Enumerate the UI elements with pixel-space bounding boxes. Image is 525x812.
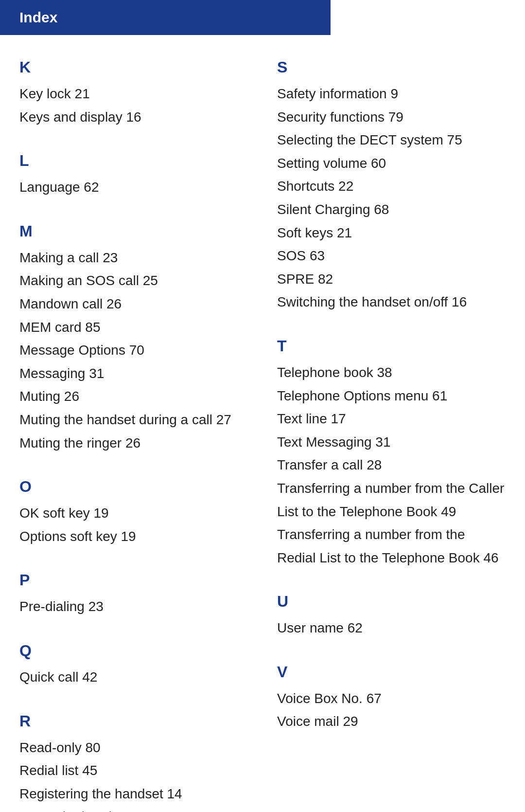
section-letter: O: [19, 478, 248, 496]
left-column: KKey lock 21Keys and display 16LLanguage…: [19, 58, 248, 812]
list-item: Messaging 31: [19, 362, 248, 385]
section-letter: P: [19, 571, 248, 589]
section-letter: Q: [19, 642, 248, 660]
section-items: Voice Box No. 67Voice mail 29: [277, 687, 506, 733]
list-item: Transfer a call 28: [277, 453, 506, 477]
section-letter: S: [277, 58, 506, 76]
list-item: Quick call 42: [19, 666, 248, 689]
section-items: Key lock 21Keys and display 16: [19, 82, 248, 128]
list-item: Setting volume 60: [277, 152, 506, 175]
list-item: Transferring a number from the Caller Li…: [277, 477, 506, 523]
section-r: RRead-only 80Redial list 45Registering t…: [19, 712, 248, 812]
section-items: Making a call 23Making an SOS call 25Man…: [19, 246, 248, 454]
list-item: Transferring a number from the Redial Li…: [277, 523, 506, 569]
section-letter: K: [19, 58, 248, 76]
list-item: Registering the handset 14: [19, 782, 248, 806]
list-item: Telephone Options menu 61: [277, 384, 506, 408]
section-s: SSafety information 9Security functions …: [277, 58, 506, 314]
list-item: Shortcuts 22: [277, 175, 506, 198]
section-items: Quick call 42: [19, 666, 248, 689]
list-item: Voice Box No. 67: [277, 687, 506, 710]
content-area: KKey lock 21Keys and display 16LLanguage…: [0, 58, 525, 812]
section-u: UUser name 62: [277, 593, 506, 640]
section-m: MMaking a call 23Making an SOS call 25Ma…: [19, 222, 248, 454]
list-item: SOS 63: [277, 244, 506, 268]
list-item: Soft keys 21: [277, 221, 506, 245]
section-q: QQuick call 42: [19, 642, 248, 689]
section-letter: L: [19, 152, 248, 170]
section-items: User name 62: [277, 616, 506, 640]
list-item: User name 62: [277, 616, 506, 640]
list-item: Text Messaging 31: [277, 431, 506, 454]
list-item: SPRE 82: [277, 268, 506, 291]
section-items: Language 62: [19, 176, 248, 199]
section-items: Telephone book 38Telephone Options menu …: [277, 361, 506, 569]
list-item: MEM card 85: [19, 316, 248, 339]
header-bar: Index: [0, 0, 331, 35]
list-item: Key lock 21: [19, 82, 248, 106]
list-item: Read-only 80: [19, 736, 248, 759]
list-item: Telephone book 38: [277, 361, 506, 384]
list-item: Security functions 79: [277, 106, 506, 129]
list-item: Redial list 45: [19, 759, 248, 782]
section-t: TTelephone book 38Telephone Options menu…: [277, 337, 506, 569]
list-item: Reset the handset 81: [19, 805, 248, 812]
list-item: Options soft key 19: [19, 525, 248, 548]
list-item: Muting 26: [19, 385, 248, 408]
list-item: Mandown call 26: [19, 292, 248, 316]
list-item: OK soft key 19: [19, 502, 248, 525]
section-v: VVoice Box No. 67Voice mail 29: [277, 663, 506, 733]
list-item: Language 62: [19, 176, 248, 199]
list-item: Text line 17: [277, 407, 506, 431]
section-o: OOK soft key 19Options soft key 19: [19, 478, 248, 548]
list-item: Making an SOS call 25: [19, 269, 248, 292]
list-item: Silent Charging 68: [277, 198, 506, 221]
list-item: Selecting the DECT system 75: [277, 128, 506, 152]
list-item: Voice mail 29: [277, 710, 506, 733]
section-letter: U: [277, 593, 506, 611]
list-item: Pre-dialing 23: [19, 595, 248, 618]
list-item: Keys and display 16: [19, 106, 248, 129]
list-item: Making a call 23: [19, 246, 248, 270]
list-item: Switching the handset on/off 16: [277, 290, 506, 314]
list-item: Safety information 9: [277, 82, 506, 106]
list-item: Message Options 70: [19, 339, 248, 362]
section-l: LLanguage 62: [19, 152, 248, 199]
section-k: KKey lock 21Keys and display 16: [19, 58, 248, 128]
header-title: Index: [19, 9, 57, 26]
section-items: Pre-dialing 23: [19, 595, 248, 618]
section-letter: T: [277, 337, 506, 355]
list-item: Muting the handset during a call 27: [19, 408, 248, 432]
section-letter: M: [19, 222, 248, 240]
section-items: OK soft key 19Options soft key 19: [19, 502, 248, 548]
list-item: Muting the ringer 26: [19, 432, 248, 455]
section-p: PPre-dialing 23: [19, 571, 248, 618]
section-items: Safety information 9Security functions 7…: [277, 82, 506, 314]
right-column: SSafety information 9Security functions …: [277, 58, 506, 812]
section-letter: V: [277, 663, 506, 681]
section-letter: R: [19, 712, 248, 730]
section-items: Read-only 80Redial list 45Registering th…: [19, 736, 248, 812]
